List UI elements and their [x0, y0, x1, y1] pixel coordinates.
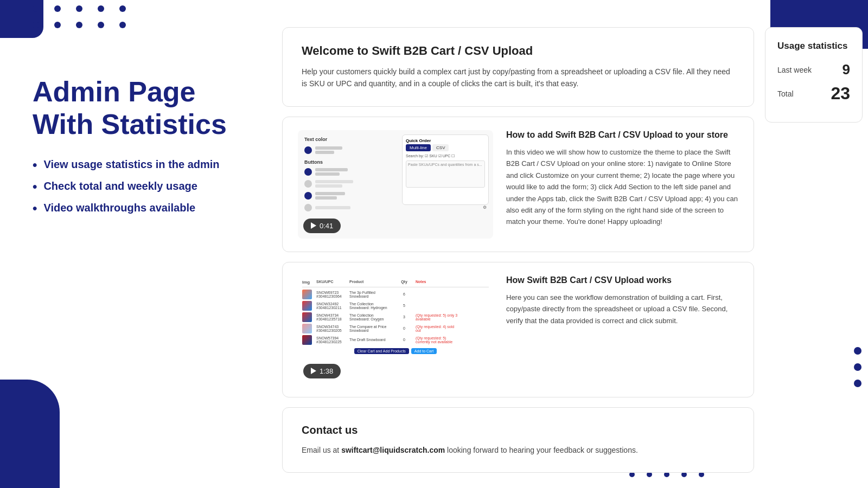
- clear-cart-button-mock: Clear Cart and Add Products: [354, 348, 409, 354]
- stats-last-week-row: Last week 9: [777, 61, 850, 78]
- hero-text-block: Admin Page With Statistics View usage st…: [33, 76, 260, 222]
- contact-title: Contact us: [302, 424, 735, 436]
- bullet-item: Video walkthroughs available: [33, 201, 260, 216]
- bullet-item: Check total and weekly usage: [33, 179, 260, 194]
- contact-email: swiftcart@liquidscratch.com: [341, 446, 445, 454]
- contact-card: Contact us Email us at swiftcart@liquids…: [282, 407, 754, 473]
- video2-info: How Swift B2B Cart / CSV Upload works He…: [506, 275, 738, 326]
- dots-pattern-top: [33, 5, 126, 28]
- video1-play-button[interactable]: 0:41: [303, 219, 341, 233]
- video2-card: Img SKU/UPC Product Qty Notes SNOW69723#…: [282, 262, 754, 397]
- add-to-cart-button-mock: Add to Cart: [411, 348, 437, 354]
- video2-play-button[interactable]: 1:38: [303, 364, 341, 378]
- usage-statistics-card: Usage statistics Last week 9 Total 23: [765, 27, 863, 123]
- bullet-item: View usage statistics in the admin: [33, 157, 260, 172]
- video1-info: How to add Swift B2B Cart / CSV Upload t…: [506, 130, 738, 228]
- welcome-card: Welcome to Swift B2B Cart / CSV Upload H…: [282, 27, 754, 107]
- contact-body: Email us at swiftcart@liquidscratch.com …: [302, 444, 735, 456]
- video1-title: How to add Swift B2B Cart / CSV Upload t…: [506, 130, 738, 140]
- stats-total-value: 23: [831, 84, 850, 104]
- welcome-body: Help your customers quickly build a comp…: [302, 66, 735, 90]
- hero-bullets: View usage statistics in the admin Check…: [33, 157, 260, 216]
- welcome-title: Welcome to Swift B2B Cart / CSV Upload: [302, 44, 735, 58]
- video2-description: Here you can see the workflow demonstrat…: [506, 292, 738, 326]
- video1-description: In this video we will show how to custom…: [506, 146, 738, 228]
- video1-thumbnail: Text color ⚙ Buttons ⚙: [298, 130, 493, 239]
- stats-last-week-value: 9: [843, 61, 850, 78]
- main-content: Welcome to Swift B2B Cart / CSV Upload H…: [282, 27, 754, 473]
- page-title: Admin Page With Statistics: [33, 76, 260, 141]
- video1-card: Text color ⚙ Buttons ⚙: [282, 117, 754, 252]
- right-dots: [854, 347, 861, 387]
- contact-text-after: looking forward to hearing your feedback…: [445, 446, 638, 454]
- quick-order-mock: Quick Order Multi-line CSV Search by: ☑ …: [402, 134, 489, 205]
- left-panel: Admin Page With Statistics View usage st…: [0, 0, 277, 488]
- shape-bottom-left: [0, 380, 60, 488]
- contact-text-before: Email us at: [302, 446, 341, 454]
- video2-title: How Swift B2B Cart / CSV Upload works: [506, 275, 738, 285]
- stats-total-label: Total: [777, 89, 794, 98]
- video2-thumbnail: Img SKU/UPC Product Qty Notes SNOW69723#…: [298, 275, 493, 384]
- stats-last-week-label: Last week: [777, 66, 812, 74]
- stats-title: Usage statistics: [777, 41, 850, 52]
- stats-total-row: Total 23: [777, 84, 850, 104]
